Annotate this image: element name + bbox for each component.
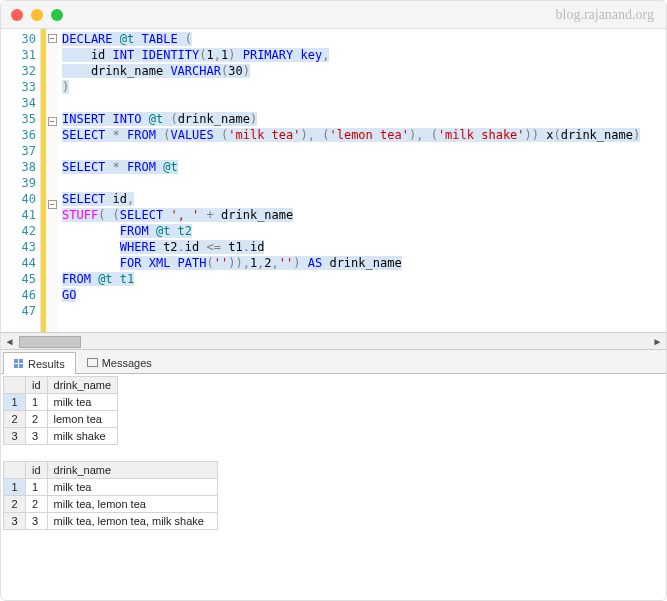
traffic-lights bbox=[11, 9, 63, 21]
table-row[interactable]: 11milk tea bbox=[4, 394, 118, 411]
column-header[interactable]: drink_name bbox=[47, 462, 217, 479]
code-line[interactable]: FROM @t t2 bbox=[62, 223, 662, 239]
code-line[interactable]: FOR XML PATH('')),1,2,'') AS drink_name bbox=[62, 255, 662, 271]
line-number: 37 bbox=[1, 143, 36, 159]
line-number: 39 bbox=[1, 175, 36, 191]
line-number: 35 bbox=[1, 111, 36, 127]
code-line[interactable]: GO bbox=[62, 287, 662, 303]
line-number: 43 bbox=[1, 239, 36, 255]
code-line[interactable]: drink_name VARCHAR(30) bbox=[62, 63, 662, 79]
code-line[interactable]: id INT IDENTITY(1,1) PRIMARY key, bbox=[62, 47, 662, 63]
scroll-right-icon[interactable]: ► bbox=[649, 333, 666, 350]
cell[interactable]: 2 bbox=[26, 496, 48, 513]
cell[interactable]: 3 bbox=[26, 428, 48, 445]
close-icon[interactable] bbox=[11, 9, 23, 21]
messages-icon bbox=[87, 358, 98, 367]
results-tabstrip: Results Messages bbox=[1, 350, 666, 374]
maximize-icon[interactable] bbox=[51, 9, 63, 21]
line-number: 34 bbox=[1, 95, 36, 111]
line-number: 44 bbox=[1, 255, 36, 271]
code-line[interactable] bbox=[62, 143, 662, 159]
row-number[interactable]: 3 bbox=[4, 428, 26, 445]
column-header[interactable]: id bbox=[26, 377, 48, 394]
watermark-text: blog.rajanand.org bbox=[556, 7, 655, 23]
row-number[interactable]: 3 bbox=[4, 513, 26, 530]
column-header[interactable]: id bbox=[26, 462, 48, 479]
code-line[interactable] bbox=[62, 175, 662, 191]
horizontal-scrollbar[interactable]: ◄ ► bbox=[1, 333, 666, 350]
cell[interactable]: milk tea, lemon tea, milk shake bbox=[47, 513, 217, 530]
results-grid[interactable]: iddrink_name11milk tea22lemon tea33milk … bbox=[3, 376, 118, 445]
cell[interactable]: milk tea bbox=[47, 394, 117, 411]
line-number: 41 bbox=[1, 207, 36, 223]
cell[interactable]: lemon tea bbox=[47, 411, 117, 428]
table-row[interactable]: 33milk shake bbox=[4, 428, 118, 445]
table-row[interactable]: 33milk tea, lemon tea, milk shake bbox=[4, 513, 218, 530]
code-area[interactable]: DECLARE @t TABLE ( id INT IDENTITY(1,1) … bbox=[58, 29, 666, 332]
code-line[interactable]: FROM @t t1 bbox=[62, 271, 662, 287]
tab-results[interactable]: Results bbox=[3, 352, 76, 374]
code-line[interactable]: SELECT id, bbox=[62, 191, 662, 207]
tab-messages[interactable]: Messages bbox=[76, 351, 163, 373]
line-number: 46 bbox=[1, 287, 36, 303]
code-line[interactable]: ) bbox=[62, 79, 662, 95]
line-number: 38 bbox=[1, 159, 36, 175]
line-number: 42 bbox=[1, 223, 36, 239]
code-line[interactable]: SELECT * FROM @t bbox=[62, 159, 662, 175]
cell[interactable]: 1 bbox=[26, 479, 48, 496]
row-header-blank[interactable] bbox=[4, 462, 26, 479]
window-titlebar: blog.rajanand.org bbox=[1, 1, 666, 29]
fold-toggle-icon[interactable]: − bbox=[48, 117, 57, 126]
cell[interactable]: milk tea bbox=[47, 479, 217, 496]
cell[interactable]: milk shake bbox=[47, 428, 117, 445]
line-number: 47 bbox=[1, 303, 36, 319]
line-number: 30 bbox=[1, 31, 36, 47]
row-number[interactable]: 2 bbox=[4, 496, 26, 513]
line-number: 36 bbox=[1, 127, 36, 143]
results-grid[interactable]: iddrink_name11milk tea22milk tea, lemon … bbox=[3, 461, 218, 530]
fold-toggle-icon[interactable]: − bbox=[48, 34, 57, 43]
code-line[interactable]: WHERE t2.id <= t1.id bbox=[62, 239, 662, 255]
fold-column[interactable]: −−− bbox=[46, 29, 58, 332]
line-number: 33 bbox=[1, 79, 36, 95]
code-line[interactable]: STUFF( (SELECT ', ' + drink_name bbox=[62, 207, 662, 223]
row-header-blank[interactable] bbox=[4, 377, 26, 394]
code-line[interactable] bbox=[62, 303, 662, 319]
line-number-gutter: 303132333435363738394041424344454647 bbox=[1, 29, 41, 332]
line-number: 31 bbox=[1, 47, 36, 63]
row-number[interactable]: 1 bbox=[4, 479, 26, 496]
scroll-left-icon[interactable]: ◄ bbox=[1, 333, 18, 350]
table-row[interactable]: 11milk tea bbox=[4, 479, 218, 496]
row-number[interactable]: 2 bbox=[4, 411, 26, 428]
tab-results-label: Results bbox=[28, 358, 65, 370]
grid-icon bbox=[14, 359, 24, 369]
tab-messages-label: Messages bbox=[102, 357, 152, 369]
table-row[interactable]: 22lemon tea bbox=[4, 411, 118, 428]
line-number: 32 bbox=[1, 63, 36, 79]
cell[interactable]: milk tea, lemon tea bbox=[47, 496, 217, 513]
row-number[interactable]: 1 bbox=[4, 394, 26, 411]
code-line[interactable]: SELECT * FROM (VALUES ('milk tea'), ('le… bbox=[62, 127, 662, 143]
line-number: 40 bbox=[1, 191, 36, 207]
cell[interactable]: 2 bbox=[26, 411, 48, 428]
line-number: 45 bbox=[1, 271, 36, 287]
minimize-icon[interactable] bbox=[31, 9, 43, 21]
results-pane: iddrink_name11milk tea22lemon tea33milk … bbox=[1, 374, 666, 532]
table-row[interactable]: 22milk tea, lemon tea bbox=[4, 496, 218, 513]
code-line[interactable]: INSERT INTO @t (drink_name) bbox=[62, 111, 662, 127]
cell[interactable]: 3 bbox=[26, 513, 48, 530]
code-line[interactable] bbox=[62, 95, 662, 111]
fold-toggle-icon[interactable]: − bbox=[48, 200, 57, 209]
code-line[interactable]: DECLARE @t TABLE ( bbox=[62, 31, 662, 47]
cell[interactable]: 1 bbox=[26, 394, 48, 411]
sql-editor[interactable]: 303132333435363738394041424344454647 −−−… bbox=[1, 29, 666, 333]
column-header[interactable]: drink_name bbox=[47, 377, 117, 394]
